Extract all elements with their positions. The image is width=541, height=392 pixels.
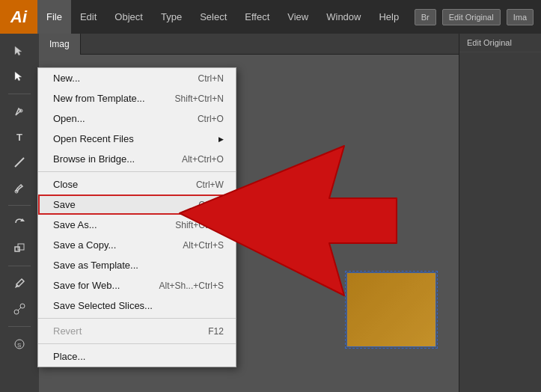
menu-effect[interactable]: Effect: [236, 0, 278, 34]
tool-divider-1: [8, 94, 31, 94]
menu-item-open-recent[interactable]: Open Recent Files: [38, 129, 236, 149]
tool-divider-3: [8, 266, 31, 266]
tool-divider-2: [8, 205, 31, 206]
canvas-object: [346, 272, 436, 347]
svg-rect-4: [15, 247, 19, 251]
scale-tool[interactable]: [6, 237, 33, 260]
selection-tool[interactable]: [6, 40, 33, 62]
menu-file[interactable]: File: [37, 0, 71, 34]
menu-object[interactable]: Object: [106, 0, 152, 34]
menu-type[interactable]: Type: [152, 0, 191, 34]
blend-tool[interactable]: [6, 298, 33, 320]
menu-item-save-template[interactable]: Save as Template...: [38, 255, 236, 275]
svg-line-1: [15, 158, 24, 167]
canvas-object-selection: [345, 271, 438, 349]
menu-separator-2: [38, 318, 236, 319]
direct-selection-tool[interactable]: [6, 65, 33, 88]
menu-help[interactable]: Help: [370, 0, 408, 34]
svg-line-8: [18, 307, 21, 310]
edit-original-button[interactable]: Edit Original: [442, 9, 501, 25]
pen-tool[interactable]: [6, 100, 33, 123]
doc-tab-image[interactable]: Imag: [39, 34, 81, 55]
menu-item-save-slices[interactable]: Save Selected Slices...: [38, 295, 236, 316]
properties-panel: Edit Original: [459, 34, 541, 392]
menu-item-save[interactable]: Save Ctrl+S: [38, 195, 236, 215]
menu-item-browse-bridge[interactable]: Browse in Bridge... Alt+Ctrl+O: [38, 149, 236, 169]
menubar-right: Br Edit Original Ima: [415, 9, 541, 25]
paintbrush-tool[interactable]: [6, 177, 33, 199]
props-edit-original[interactable]: Edit Original: [459, 34, 541, 52]
menu-select[interactable]: Select: [191, 0, 236, 34]
image-trace-button[interactable]: Ima: [507, 9, 534, 25]
menu-view[interactable]: View: [278, 0, 317, 34]
menu-item-new[interactable]: New... Ctrl+N: [38, 68, 236, 88]
menu-separator-3: [38, 343, 236, 344]
document-tabs: Imag: [39, 34, 459, 55]
menu-item-save-as[interactable]: Save As... Shift+Ctrl+S: [38, 215, 236, 235]
menu-window[interactable]: Window: [317, 0, 370, 34]
symbol-tool[interactable]: S: [6, 333, 33, 355]
menu-edit[interactable]: Edit: [71, 0, 106, 34]
app-logo: Ai: [0, 0, 37, 34]
menu-item-save-web[interactable]: Save for Web... Alt+Sh...+Ctrl+S: [38, 275, 236, 295]
app-body: T: [0, 34, 541, 392]
menu-item-save-copy[interactable]: Save a Copy... Alt+Ctrl+S: [38, 235, 236, 255]
toolbar: T: [0, 34, 39, 392]
type-tool[interactable]: T: [6, 126, 33, 148]
svg-text:S: S: [17, 342, 21, 349]
menu-item-revert[interactable]: Revert F12: [38, 321, 236, 341]
menu-item-place[interactable]: Place...: [38, 346, 236, 367]
menu-item-new-template[interactable]: New from Template... Shift+Ctrl+N: [38, 88, 236, 108]
menu-item-close[interactable]: Close Ctrl+W: [38, 174, 236, 195]
tool-divider-4: [8, 326, 31, 327]
menu-item-open[interactable]: Open... Ctrl+O: [38, 108, 236, 129]
menu-separator-1: [38, 171, 236, 172]
file-menu[interactable]: New... Ctrl+N New from Template... Shift…: [37, 67, 236, 367]
eyedropper-tool[interactable]: [6, 272, 33, 295]
bridge-button[interactable]: Br: [415, 9, 436, 25]
line-tool[interactable]: [6, 151, 33, 174]
rotate-tool[interactable]: [6, 212, 33, 234]
menubar: Ai File Edit Object Type Select Effect V…: [0, 0, 541, 34]
